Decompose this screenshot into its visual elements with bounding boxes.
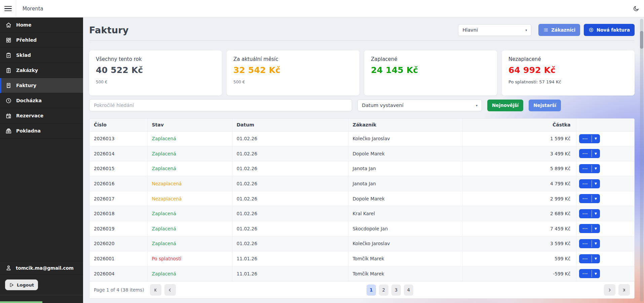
invoice-actions-cell: ...▼ [576,176,635,191]
row-actions-more-button[interactable]: ... [579,209,592,218]
sort-newest-button[interactable]: Nejnovější [487,100,523,111]
app-window: Morenta HomePřehledSkladZakázkyFakturyDo… [0,0,644,303]
new-invoice-button[interactable]: Nová faktura [584,24,635,36]
row-actions-button[interactable]: ...▼ [579,209,600,218]
invoice-status-cell: Zaplacená [147,161,232,176]
invoice-customer-cell: Dopole Marek [348,146,462,161]
sidebar-item-docházka[interactable]: Docházka [0,93,83,108]
sort-oldest-button[interactable]: Nejstarší [529,100,561,111]
row-actions-button[interactable]: ...▼ [579,224,600,233]
row-actions-caret-button[interactable]: ▼ [592,179,600,188]
row-actions-caret-button[interactable]: ▼ [592,194,600,203]
invoice-status-cell: Zaplacená [147,131,232,146]
row-actions-caret-button[interactable]: ▼ [592,149,600,158]
row-actions-more-button[interactable]: ... [579,164,592,173]
row-actions-button[interactable]: ...▼ [579,194,600,203]
app-brand: Morenta [23,6,43,12]
table-row: 2026017Nezaplacená01.02.26Dopole Marek2 … [89,191,635,206]
invoice-status-cell: Po splatnosti [147,251,232,266]
logout-button[interactable]: Logout [5,279,38,290]
row-actions-button[interactable]: ...▼ [579,269,600,278]
calendar-icon [5,113,12,119]
table-row: 2026014Zaplacená01.02.26Dopole Marek3 49… [89,146,635,161]
home-icon [5,22,12,28]
sidebar-toggle-button[interactable] [0,0,16,17]
account-row: tomcik.ma@gmail.com [0,261,83,274]
sidebar-item-pokladna[interactable]: Pokladna [0,123,83,139]
sidebar-account-section: tomcik.ma@gmail.com Logout [0,261,83,303]
page-button-2[interactable]: 2 [379,285,388,296]
invoice-date-cell: 01.02.26 [232,176,348,191]
scrollbar-thumb[interactable] [640,31,643,49]
row-actions-caret-button[interactable]: ▼ [592,134,600,143]
invoice-status-cell: Zaplacená [147,266,232,281]
row-actions-button[interactable]: ...▼ [579,179,600,188]
chevron-down-icon: ▾ [525,28,527,32]
search-input[interactable] [89,99,352,111]
invoice-actions-cell: ...▼ [576,236,635,251]
page-button-3[interactable]: 3 [391,285,401,296]
row-actions-more-button[interactable]: ... [579,134,592,143]
row-actions-caret-button[interactable]: ▼ [592,269,600,278]
logout-block: Logout [0,274,83,295]
user-icon [5,265,12,271]
main-content: Faktury Hlavni ▾ Zákazníci Nová faktura [83,17,644,303]
stat-card-sub: 500 € [96,80,215,84]
row-actions-more-button[interactable]: ... [579,149,592,158]
page-button-1[interactable]: 1 [367,285,376,296]
row-actions-caret-button[interactable]: ▼ [592,224,600,233]
row-actions-more-button[interactable]: ... [579,269,592,278]
first-page-button[interactable] [150,284,161,296]
sidebar-item-home[interactable]: Home [0,17,83,33]
row-actions-caret-button[interactable]: ▼ [592,239,600,248]
next-page-button[interactable] [604,284,615,296]
sidebar-item-přehled[interactable]: Přehled [0,33,83,48]
invoice-actions-cell: ...▼ [576,221,635,236]
last-page-button[interactable] [618,284,630,296]
row-actions-more-button[interactable]: ... [579,254,592,263]
row-actions-button[interactable]: ...▼ [579,134,600,143]
sort-by-select[interactable]: Datum vystavení ▾ [357,100,482,111]
row-actions-button[interactable]: ...▼ [579,254,600,263]
prev-page-button[interactable] [164,284,176,296]
sidebar-item-label: Rezervace [16,113,43,118]
page-button-4[interactable]: 4 [404,285,413,296]
row-actions-button[interactable]: ...▼ [579,239,600,248]
row-actions-caret-button[interactable]: ▼ [592,209,600,218]
customers-button[interactable]: Zákazníci [538,24,580,36]
invoice-status-cell: Zaplacená [147,146,232,161]
top-bar: Morenta [0,0,644,17]
invoice-customer-cell: Kral Karel [348,206,462,221]
dark-mode-toggle[interactable] [631,4,641,14]
row-actions-caret-button[interactable]: ▼ [592,254,600,263]
invoice-date-cell: 01.02.26 [232,206,348,221]
row-actions-more-button[interactable]: ... [579,224,592,233]
row-actions-more-button[interactable]: ... [579,179,592,188]
sidebar-item-label: Přehled [16,37,37,43]
sidebar-item-zakázky[interactable]: Zakázky [0,63,83,78]
logout-icon [9,282,14,288]
sidebar-item-sklad[interactable]: Sklad [0,48,83,63]
invoice-amount-cell: 2 689 Kč [462,206,576,221]
row-actions-more-button[interactable]: ... [579,194,592,203]
invoice-amount-cell: 1 599 Kč [462,131,576,146]
invoice-number-cell: 2026001 [89,251,147,266]
row-actions-caret-button[interactable]: ▼ [592,164,600,173]
filter-row: Datum vystavení ▾ Nejnovější Nejstarší [89,99,635,111]
invoice-date-cell: 01.02.26 [232,221,348,236]
first-page-icon [153,288,158,293]
row-actions-more-button[interactable]: ... [579,239,592,248]
stat-card-overdue-note: Po splatnosti: 57 194 Kč [508,79,628,84]
column-header: Datum [232,119,348,131]
cash-register-icon [5,128,12,134]
invoice-actions-cell: ...▼ [576,146,635,161]
row-actions-button[interactable]: ...▼ [579,164,600,173]
row-actions-button[interactable]: ...▼ [579,149,600,158]
sidebar-item-rezervace[interactable]: Rezervace [0,108,83,123]
invoice-amount-cell: 3 599 Kč [462,236,576,251]
invoice-number-cell: 2026019 [89,221,147,236]
sidebar-item-faktury[interactable]: Faktury [0,78,83,93]
invoice-icon [5,82,12,89]
column-header: Stav [147,119,232,131]
workspace-select[interactable]: Hlavni ▾ [458,24,531,36]
